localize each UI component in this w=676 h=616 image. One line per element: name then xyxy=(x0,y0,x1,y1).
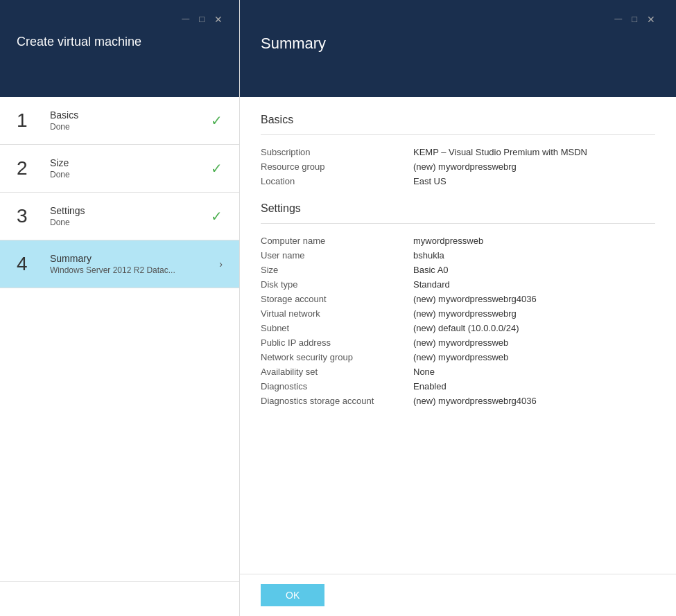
step-4[interactable]: 4 Summary Windows Server 2012 R2 Datac..… xyxy=(0,240,239,288)
step-3-number: 3 xyxy=(17,205,42,227)
settings-label-8: Network security group xyxy=(261,352,413,362)
settings-value-10: Enabled xyxy=(413,381,655,391)
settings-value-5: (new) mywordpresswebrg xyxy=(413,308,655,319)
settings-row-8: Network security group (new) mywordpress… xyxy=(261,350,655,364)
basics-divider xyxy=(261,134,655,135)
maximize-icon-left[interactable]: □ xyxy=(199,14,205,25)
step-2-number: 2 xyxy=(17,157,42,179)
step-1-subtitle: Done xyxy=(50,122,211,132)
left-panel-title: Create virtual machine xyxy=(17,35,141,49)
settings-label-4: Storage account xyxy=(261,294,413,304)
settings-label-5: Virtual network xyxy=(261,308,413,319)
settings-value-8: (new) mywordpressweb xyxy=(413,352,655,362)
settings-value-9: None xyxy=(413,367,655,377)
step-1-number: 1 xyxy=(17,109,42,132)
step-4-text: Summary Windows Server 2012 R2 Datac... xyxy=(50,253,219,275)
settings-label-0: Computer name xyxy=(261,236,413,246)
step-3-checkmark: ✓ xyxy=(211,208,223,225)
settings-table: Computer name mywordpressweb User name b… xyxy=(261,234,655,408)
settings-label-9: Availability set xyxy=(261,367,413,377)
basics-label-2: Location xyxy=(261,176,413,186)
step-2-name: Size xyxy=(50,157,211,168)
minimize-icon-left[interactable]: — xyxy=(182,14,189,25)
settings-label-1: User name xyxy=(261,250,413,261)
left-panel: — □ ✕ Create virtual machine 1 Basics Do… xyxy=(0,0,239,616)
step-3-name: Settings xyxy=(50,205,211,216)
settings-value-11: (new) mywordpresswebrg4036 xyxy=(413,396,655,406)
basics-value-2: East US xyxy=(413,176,655,186)
step-4-subtitle: Windows Server 2012 R2 Datac... xyxy=(50,265,219,275)
right-panel-title: Summary xyxy=(261,35,326,52)
step-4-arrow: › xyxy=(219,258,223,270)
settings-section-title: Settings xyxy=(261,202,655,215)
step-1-text: Basics Done xyxy=(50,109,211,132)
step-2-subtitle: Done xyxy=(50,170,211,179)
left-header: — □ ✕ Create virtual machine xyxy=(0,0,239,97)
settings-value-1: bshukla xyxy=(413,250,655,261)
ok-button[interactable]: OK xyxy=(261,584,324,606)
basics-label-1: Resource group xyxy=(261,161,413,172)
basics-value-1: (new) mywordpresswebrg xyxy=(413,161,655,172)
settings-value-6: (new) default (10.0.0.0/24) xyxy=(413,323,655,333)
settings-value-3: Standard xyxy=(413,279,655,290)
steps-container: 1 Basics Done ✓ 2 Size Done ✓ 3 xyxy=(0,97,239,581)
basics-row-0: Subscription KEMP – Visual Studio Premiu… xyxy=(261,145,655,159)
settings-row-9: Availability set None xyxy=(261,364,655,379)
settings-label-2: Size xyxy=(261,265,413,275)
settings-value-0: mywordpressweb xyxy=(413,236,655,246)
settings-row-0: Computer name mywordpressweb xyxy=(261,234,655,248)
settings-row-3: Disk type Standard xyxy=(261,277,655,292)
settings-row-1: User name bshukla xyxy=(261,248,655,263)
settings-label-3: Disk type xyxy=(261,279,413,290)
basics-table: Subscription KEMP – Visual Studio Premiu… xyxy=(261,145,655,188)
maximize-icon-right[interactable]: □ xyxy=(632,14,637,25)
left-footer xyxy=(0,581,239,616)
settings-row-4: Storage account (new) mywordpresswebrg40… xyxy=(261,292,655,306)
step-2-text: Size Done xyxy=(50,157,211,179)
settings-value-4: (new) mywordpresswebrg4036 xyxy=(413,294,655,304)
step-3-subtitle: Done xyxy=(50,218,211,227)
settings-label-7: Public IP address xyxy=(261,337,413,348)
settings-divider xyxy=(261,223,655,224)
step-2-checkmark: ✓ xyxy=(211,160,223,177)
settings-row-2: Size Basic A0 xyxy=(261,263,655,277)
step-4-number: 4 xyxy=(17,253,42,275)
settings-row-6: Subnet (new) default (10.0.0.0/24) xyxy=(261,321,655,335)
basics-section-title: Basics xyxy=(261,114,655,126)
settings-row-7: Public IP address (new) mywordpressweb xyxy=(261,335,655,350)
right-panel: — □ ✕ Summary Basics Subscription KEMP –… xyxy=(239,0,676,616)
basics-row-1: Resource group (new) mywordpresswebrg xyxy=(261,159,655,174)
basics-row-2: Location East US xyxy=(261,174,655,188)
settings-value-2: Basic A0 xyxy=(413,265,655,275)
step-2[interactable]: 2 Size Done ✓ xyxy=(0,145,239,193)
settings-label-10: Diagnostics xyxy=(261,381,413,391)
settings-row-5: Virtual network (new) mywordpresswebrg xyxy=(261,306,655,321)
minimize-icon-right[interactable]: — xyxy=(614,14,622,25)
step-3[interactable]: 3 Settings Done ✓ xyxy=(0,193,239,240)
settings-label-6: Subnet xyxy=(261,323,413,333)
step-3-text: Settings Done xyxy=(50,205,211,227)
settings-row-11: Diagnostics storage account (new) myword… xyxy=(261,394,655,408)
step-1-name: Basics xyxy=(50,109,211,121)
step-4-name: Summary xyxy=(50,253,219,264)
settings-row-10: Diagnostics Enabled xyxy=(261,379,655,394)
basics-label-0: Subscription xyxy=(261,147,413,157)
summary-content: Basics Subscription KEMP – Visual Studio… xyxy=(240,97,676,574)
close-icon-left[interactable]: ✕ xyxy=(214,14,223,25)
settings-label-11: Diagnostics storage account xyxy=(261,396,413,406)
right-header: — □ ✕ Summary xyxy=(240,0,676,97)
step-1[interactable]: 1 Basics Done ✓ xyxy=(0,97,239,145)
settings-value-7: (new) mywordpressweb xyxy=(413,337,655,348)
right-footer: OK xyxy=(240,574,676,616)
step-1-checkmark: ✓ xyxy=(211,112,223,129)
close-icon-right[interactable]: ✕ xyxy=(647,14,655,25)
basics-value-0: KEMP – Visual Studio Premium with MSDN xyxy=(413,147,655,157)
